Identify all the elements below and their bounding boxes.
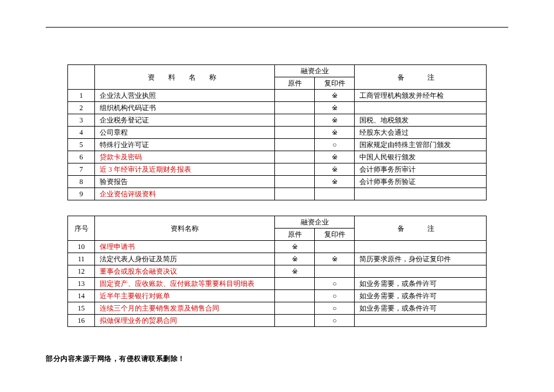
document-content: 资 料 名 称 融资企业 备 注 原件 复印件 1 企业法人营业执照 ※ 工商管… xyxy=(67,64,487,327)
table1-head-name: 资 料 名 称 xyxy=(95,65,275,90)
table-row: 4 公司章程 ※ 经股东大会通过 xyxy=(68,127,487,139)
table2-head-group: 融资企业 xyxy=(275,216,355,229)
row-idx: 3 xyxy=(68,114,95,127)
row-name: 特殊行业许可证 xyxy=(95,139,275,151)
row-idx: 11 xyxy=(68,253,95,265)
table-row: 6 贷款卡及密码 ※ 中国人民银行颁发 xyxy=(68,151,487,163)
row-yuan: ※ xyxy=(275,253,315,265)
row-idx: 9 xyxy=(68,188,95,200)
table-row: 8 验资报告 ※ 会计师事务所验证 xyxy=(68,176,487,188)
table1-header-row-1: 资 料 名 称 融资企业 备 注 xyxy=(68,65,487,77)
row-yuan xyxy=(275,302,315,315)
row-remark xyxy=(355,315,487,327)
row-fyj: ※ xyxy=(315,90,355,102)
table1-head-fyj: 复印件 xyxy=(315,77,355,90)
row-yuan: ※ xyxy=(275,265,315,278)
row-idx: 4 xyxy=(68,127,95,139)
row-yuan xyxy=(275,151,315,163)
table-row: 16 拟做保理业务的贸易合同 ○ xyxy=(68,315,487,327)
table-row: 2 组织机构代码证书 ※ xyxy=(68,102,487,114)
row-yuan xyxy=(275,163,315,176)
row-fyj xyxy=(315,241,355,253)
row-yuan xyxy=(275,278,315,290)
row-idx: 12 xyxy=(68,265,95,278)
table-gap xyxy=(67,200,487,216)
row-remark xyxy=(355,188,487,200)
row-fyj: ※ xyxy=(315,176,355,188)
table2-body: 10 保理申请书 ※ 11 法定代表人身份证及简历 ※ ※ 简历要求原件，身份证… xyxy=(68,241,487,327)
row-name: 组织机构代码证书 xyxy=(95,102,275,114)
row-yuan xyxy=(275,315,315,327)
row-remark: 国税、地税颁发 xyxy=(355,114,487,127)
row-fyj: ○ xyxy=(315,315,355,327)
row-name: 企业资信评级资料 xyxy=(95,188,275,200)
row-remark xyxy=(355,102,487,114)
row-yuan xyxy=(275,90,315,102)
row-fyj: ○ xyxy=(315,278,355,290)
row-remark: 如业务需要，或条件许可 xyxy=(355,302,487,315)
row-idx: 8 xyxy=(68,176,95,188)
row-name: 企业税务登记证 xyxy=(95,114,275,127)
row-yuan: ※ xyxy=(275,241,315,253)
row-idx: 1 xyxy=(68,90,95,102)
row-yuan xyxy=(275,188,315,200)
row-remark xyxy=(355,265,487,278)
row-idx: 2 xyxy=(68,102,95,114)
table2-header-row-1: 序号 资料名称 融资企业 备 注 xyxy=(68,216,487,229)
table2-head-remark: 备 注 xyxy=(355,216,487,241)
row-yuan xyxy=(275,290,315,302)
row-name: 验资报告 xyxy=(95,176,275,188)
row-name: 固定资产、应收账款、应付账款等重要科目明细表 xyxy=(95,278,275,290)
table-row: 3 企业税务登记证 ※ 国税、地税颁发 xyxy=(68,114,487,127)
row-fyj: ○ xyxy=(315,290,355,302)
table-row: 1 企业法人营业执照 ※ 工商管理机构颁发并经年检 xyxy=(68,90,487,102)
row-remark: 会计师事务所审计 xyxy=(355,163,487,176)
table1-head-remark: 备 注 xyxy=(355,65,487,90)
page-top-rule xyxy=(46,27,508,28)
row-fyj: ○ xyxy=(315,302,355,315)
row-fyj: ※ xyxy=(315,163,355,176)
table-row: 15 连续三个月的主要销售发票及销售合同 ○ 如业务需要，或条件许可 xyxy=(68,302,487,315)
table2-head-seq: 序号 xyxy=(68,216,95,241)
row-name: 近 3 年经审计及近期财务报表 xyxy=(95,163,275,176)
row-yuan xyxy=(275,127,315,139)
row-yuan xyxy=(275,139,315,151)
footer-note: 部分内容来源于网络，有侵权请联系删除！ xyxy=(46,354,185,364)
row-fyj: ※ xyxy=(315,102,355,114)
row-idx: 15 xyxy=(68,302,95,315)
row-yuan xyxy=(275,102,315,114)
row-idx: 10 xyxy=(68,241,95,253)
materials-table-1: 资 料 名 称 融资企业 备 注 原件 复印件 1 企业法人营业执照 ※ 工商管… xyxy=(67,64,487,200)
row-fyj xyxy=(315,265,355,278)
table-row: 10 保理申请书 ※ xyxy=(68,241,487,253)
table1-body: 1 企业法人营业执照 ※ 工商管理机构颁发并经年检 2 组织机构代码证书 ※ 3… xyxy=(68,90,487,200)
table-row: 11 法定代表人身份证及简历 ※ ※ 简历要求原件，身份证复印件 xyxy=(68,253,487,265)
row-remark: 如业务需要，或条件许可 xyxy=(355,278,487,290)
row-name: 董事会或股东会融资决议 xyxy=(95,265,275,278)
table-row: 5 特殊行业许可证 ○ 国家规定由特殊主管部门颁发 xyxy=(68,139,487,151)
table2-head-fyj: 复印件 xyxy=(315,229,355,241)
row-yuan xyxy=(275,176,315,188)
table-row: 9 企业资信评级资料 xyxy=(68,188,487,200)
row-fyj: ※ xyxy=(315,114,355,127)
row-name: 近半年主要银行对账单 xyxy=(95,290,275,302)
table2-head-yuan: 原件 xyxy=(275,229,315,241)
row-idx: 6 xyxy=(68,151,95,163)
table2-head-name: 资料名称 xyxy=(95,216,275,241)
table1-head-idx xyxy=(68,65,95,90)
row-name: 公司章程 xyxy=(95,127,275,139)
table1-head-group: 融资企业 xyxy=(275,65,355,77)
row-name: 连续三个月的主要销售发票及销售合同 xyxy=(95,302,275,315)
row-remark xyxy=(355,241,487,253)
row-fyj xyxy=(315,188,355,200)
row-idx: 7 xyxy=(68,163,95,176)
row-name: 拟做保理业务的贸易合同 xyxy=(95,315,275,327)
table1-head-yuan: 原件 xyxy=(275,77,315,90)
row-fyj: ※ xyxy=(315,127,355,139)
row-name: 保理申请书 xyxy=(95,241,275,253)
table-row: 13 固定资产、应收账款、应付账款等重要科目明细表 ○ 如业务需要，或条件许可 xyxy=(68,278,487,290)
row-remark: 会计师事务所验证 xyxy=(355,176,487,188)
table-row: 14 近半年主要银行对账单 ○ 如业务需要，或条件许可 xyxy=(68,290,487,302)
row-remark: 如业务需要，或条件许可 xyxy=(355,290,487,302)
row-remark: 国家规定由特殊主管部门颁发 xyxy=(355,139,487,151)
